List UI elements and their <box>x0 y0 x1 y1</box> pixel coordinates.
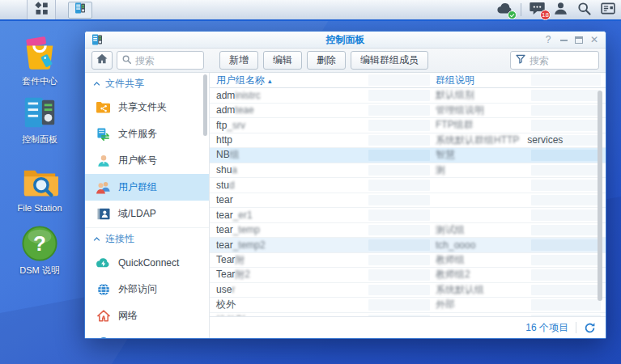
sidebar-scrollbar[interactable] <box>203 74 207 136</box>
table-row[interactable]: tear_er1 <box>210 208 606 223</box>
table-row[interactable]: tear_temp2tch_oooo <box>210 238 606 253</box>
group-desc-text: services <box>527 134 563 146</box>
sidebar-item[interactable]: QuickConnect <box>85 249 209 276</box>
group-desc-cell: 测试组 <box>436 223 465 237</box>
group-desc-redacted-text: FTP组群 <box>436 119 474 130</box>
refresh-icon[interactable] <box>584 322 596 334</box>
window-titlebar[interactable]: 控制面板 ? ✕ <box>85 32 606 49</box>
table-row[interactable]: stud <box>210 178 606 193</box>
column-header-group-desc[interactable]: 群组说明 <box>436 74 474 87</box>
table-row[interactable]: tear <box>210 193 606 209</box>
toolbar-button[interactable]: 编辑群组成员 <box>351 51 428 70</box>
sidebar-item-label: DHCP Server <box>118 337 177 339</box>
desktop-shortcut[interactable]: ?DSM 说明 <box>11 225 69 277</box>
group-desc-redacted-text: 系统默认组 <box>436 284 484 295</box>
filter-input[interactable] <box>530 55 594 66</box>
main-menu-button[interactable] <box>27 0 56 19</box>
toolbar-button[interactable]: 新增 <box>219 51 258 70</box>
group-name-text: use <box>216 284 232 295</box>
table-row[interactable]: user系统默认组 <box>210 283 606 298</box>
group-name-cell: user <box>210 284 235 295</box>
external-access-icon <box>96 282 111 297</box>
sidebar-item[interactable]: 用户帐号 <box>85 147 209 174</box>
sidebar-item[interactable]: 用户群组 <box>85 174 209 201</box>
sidebar-section-header[interactable]: 连接性 <box>85 228 209 249</box>
sidebar-item[interactable]: 域/LDAP <box>85 201 209 227</box>
group-desc-cell: FTP组群 <box>436 118 474 132</box>
sidebar-item[interactable]: 共享文件夹 <box>85 94 209 121</box>
search-button[interactable] <box>574 0 594 19</box>
redaction-bar <box>531 120 601 131</box>
file-services-icon <box>96 127 111 142</box>
table-row[interactable]: admteae管理组说明 <box>210 104 606 119</box>
group-name-redacted-text: 组 <box>230 149 240 160</box>
widgets-button[interactable] <box>598 0 618 19</box>
dhcp-server-icon <box>96 336 111 339</box>
redaction-bar <box>531 285 601 296</box>
toolbar-button[interactable]: 删除 <box>307 51 346 70</box>
domain-ldap-icon <box>96 207 111 222</box>
group-desc-redacted-text: 管理组说明 <box>436 104 484 116</box>
sidebar-item[interactable]: 外部访问 <box>85 276 209 303</box>
desktop-shortcut[interactable]: File Station <box>11 163 69 213</box>
window-content: 文件共享共享文件夹文件服务用户帐号用户群组域/LDAP连接性QuickConne… <box>85 73 606 338</box>
sidebar-item[interactable]: 网络 <box>85 303 209 329</box>
help-button[interactable]: ? <box>542 34 555 45</box>
table-row[interactable]: shua测 <box>210 163 606 179</box>
redaction-bar <box>368 74 430 86</box>
user-menu-button[interactable] <box>551 0 571 19</box>
group-name-cell: administrc <box>210 90 261 101</box>
taskbar-app-control-panel[interactable] <box>68 2 92 19</box>
redaction-bar <box>531 74 601 86</box>
group-desc-redacted-text: 默认组别 <box>436 89 474 100</box>
group-name-redacted-text: teae <box>235 104 253 116</box>
table-row[interactable]: Tear附教师组 <box>210 253 606 269</box>
home-button[interactable] <box>91 51 113 70</box>
sidebar-search-input[interactable] <box>135 55 199 66</box>
maximize-button[interactable] <box>572 34 585 45</box>
group-desc-cell: 默认组别 <box>436 88 474 102</box>
group-name-redacted-text: d <box>229 180 235 191</box>
sidebar-section-label: 文件共享 <box>105 77 144 91</box>
table-row[interactable]: 校外别 <box>210 313 606 317</box>
column-header-group-name[interactable]: 用户组名称▴ <box>210 74 272 87</box>
redaction-bar <box>368 239 430 251</box>
toolbar-main: 新增编辑删除编辑群组成员 <box>210 51 606 70</box>
footer-divider <box>576 322 576 333</box>
table-row[interactable]: NB组智慧 <box>210 148 606 163</box>
table-row[interactable]: administrc默认组别 <box>210 88 606 104</box>
table-row[interactable]: Tear附2教师组2 <box>210 268 606 283</box>
group-name-cell: 校外 <box>210 298 236 311</box>
group-name-text: 校外 <box>216 298 236 310</box>
group-name-text: stu <box>216 180 229 191</box>
window-title: 控制面板 <box>85 33 606 47</box>
desktop-shortcut-label: 套件中心 <box>22 75 57 87</box>
group-name-redacted-text: _srv <box>227 120 245 131</box>
redaction-bar <box>368 105 430 116</box>
sidebar-item-label: 域/LDAP <box>118 207 156 221</box>
group-name-cell: tear_temp2 <box>210 239 266 251</box>
table-row[interactable]: ftp_srvFTP组群 <box>210 118 606 133</box>
group-name-cell: NB组 <box>210 148 240 162</box>
sidebar-section-header[interactable]: 文件共享 <box>85 73 209 94</box>
minimize-button[interactable] <box>557 34 570 45</box>
notifications-button[interactable]: 18 <box>527 0 547 19</box>
table-row[interactable]: 校外外部 <box>210 298 606 313</box>
desktop-shortcut[interactable]: 控制面板 <box>11 94 69 146</box>
group-desc-redacted-text: 教师组 <box>436 254 465 265</box>
table-row[interactable]: tear_temp测试组 <box>210 223 606 239</box>
redaction-bar <box>368 255 430 266</box>
sidebar-item[interactable]: 文件服务 <box>85 121 209 147</box>
redaction-bar <box>531 105 601 116</box>
sync-status-button[interactable] <box>495 0 515 19</box>
sidebar-item[interactable]: DHCP Server <box>85 329 209 338</box>
close-button[interactable]: ✕ <box>588 34 601 45</box>
group-name-redacted-text: 附2 <box>235 269 250 280</box>
redaction-bar <box>368 299 430 311</box>
group-name-redacted-text: a <box>232 164 237 176</box>
table-row[interactable]: http系统默认群组HTTPservices <box>210 133 606 149</box>
taskbar: 18 <box>0 0 621 21</box>
desktop-shortcut[interactable]: 套件中心 <box>11 36 69 87</box>
toolbar-button[interactable]: 编辑 <box>263 51 302 70</box>
table-scrollbar[interactable] <box>598 91 602 301</box>
